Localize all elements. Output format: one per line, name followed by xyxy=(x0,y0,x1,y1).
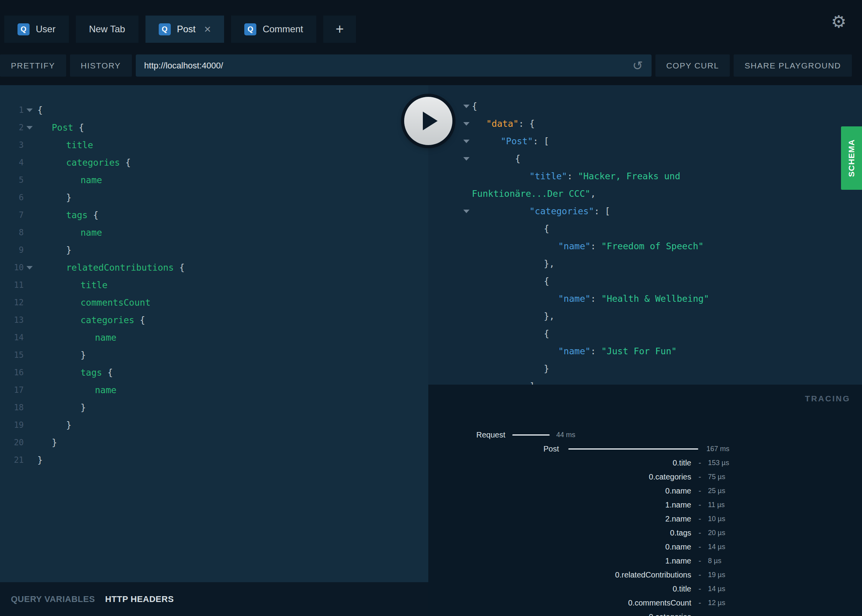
code-token: "Just For Fun" xyxy=(601,346,677,356)
query-line[interactable]: 17name xyxy=(0,382,428,399)
code-text: { xyxy=(470,273,549,290)
fold-spacer xyxy=(24,452,35,469)
caret-spacer xyxy=(463,220,470,238)
code-text: name xyxy=(35,382,116,399)
fold-caret-icon[interactable] xyxy=(24,259,35,276)
endpoint-url-input[interactable]: http://localhost:4000/ xyxy=(144,61,632,71)
tracing-duration: 10 µs xyxy=(708,512,725,526)
fold-caret-icon[interactable] xyxy=(24,119,35,136)
code-token: }, xyxy=(544,259,555,269)
query-line[interactable]: 14name xyxy=(0,329,428,346)
code-token: "Freedom of Speech" xyxy=(601,241,704,251)
tab-user[interactable]: QUser xyxy=(4,16,69,43)
code-token: : xyxy=(567,171,578,181)
query-variables-tab[interactable]: QUERY VARIABLES xyxy=(11,594,95,604)
query-line[interactable]: 6} xyxy=(0,189,428,206)
response-line: ] xyxy=(428,378,862,385)
query-line[interactable]: 9} xyxy=(0,242,428,259)
tracing-label: 0.commentsCount xyxy=(428,596,691,610)
line-number: 5 xyxy=(0,172,24,189)
tracing-duration: 8 µs xyxy=(708,554,721,568)
code-text: name xyxy=(35,224,102,242)
tab-new-tab[interactable]: New Tab xyxy=(76,16,138,43)
query-line[interactable]: 13categories { xyxy=(0,312,428,329)
code-text: commentsCount xyxy=(35,294,151,312)
code-token: { xyxy=(37,105,43,115)
query-line[interactable]: 10relatedContributions { xyxy=(0,259,428,276)
collapse-caret-icon[interactable] xyxy=(463,133,470,150)
copy-curl-button[interactable]: COPY CURL xyxy=(655,54,730,77)
query-line[interactable]: 7tags { xyxy=(0,206,428,224)
query-line[interactable]: 11title xyxy=(0,276,428,294)
tab-label: New Tab xyxy=(89,24,125,35)
url-bar[interactable]: http://localhost:4000/ ↺ xyxy=(136,54,652,77)
fold-spacer xyxy=(428,150,463,168)
tracing-duration: 14 µs xyxy=(708,582,725,596)
caret-down-icon xyxy=(463,105,470,108)
query-code[interactable]: 1{2Post {3title4categories {5name6}7tags… xyxy=(0,85,428,469)
query-line[interactable]: 1{ xyxy=(0,102,428,119)
code-token: "Health & Wellbeing" xyxy=(601,294,709,304)
code-token: "data" xyxy=(486,119,519,129)
query-line[interactable]: 3title xyxy=(0,136,428,154)
share-playground-button[interactable]: SHARE PLAYGROUND xyxy=(734,54,852,77)
http-headers-tab[interactable]: HTTP HEADERS xyxy=(105,594,174,604)
collapse-caret-icon[interactable] xyxy=(463,150,470,168)
line-number: 7 xyxy=(0,206,24,224)
code-text: tags { xyxy=(35,206,98,224)
close-tab-icon[interactable]: × xyxy=(204,23,211,35)
refresh-icon[interactable]: ↺ xyxy=(632,58,643,73)
fold-caret-icon[interactable] xyxy=(24,102,35,119)
code-token: categories xyxy=(66,158,120,168)
caret-spacer xyxy=(463,343,470,360)
query-line[interactable]: 20} xyxy=(0,434,428,452)
line-number: 18 xyxy=(0,399,24,416)
fold-spacer xyxy=(428,360,463,378)
fold-spacer xyxy=(428,308,463,325)
query-line[interactable]: 2Post { xyxy=(0,119,428,136)
query-line[interactable]: 19} xyxy=(0,416,428,434)
fold-spacer xyxy=(428,378,463,385)
tab-post[interactable]: QPost× xyxy=(145,16,224,43)
query-line[interactable]: 4categories { xyxy=(0,154,428,172)
tab-comment[interactable]: QComment xyxy=(231,16,316,43)
collapse-caret-icon[interactable] xyxy=(463,115,470,133)
query-line[interactable]: 21} xyxy=(0,452,428,469)
settings-gear-icon[interactable]: ⚙ xyxy=(831,12,846,32)
fold-spacer xyxy=(24,399,35,416)
tracing-duration: 12 µs xyxy=(708,596,725,610)
dash-separator: - xyxy=(696,484,704,498)
history-button[interactable]: HISTORY xyxy=(70,54,132,77)
code-text: { xyxy=(470,220,549,238)
line-number: 11 xyxy=(0,276,24,294)
fold-spacer xyxy=(428,220,463,238)
prettify-button[interactable]: PRETTIFY xyxy=(0,54,66,77)
schema-tab[interactable]: SCHEMA xyxy=(841,126,862,190)
query-line[interactable]: 16tags { xyxy=(0,364,428,382)
query-line[interactable]: 18} xyxy=(0,399,428,416)
execute-button[interactable] xyxy=(404,97,452,145)
graphql-playground: QUserNew TabQPost×QComment+ ⚙ PRETTIFY H… xyxy=(0,0,862,616)
code-text: categories { xyxy=(35,312,145,329)
response-line: "name": "Freedom of Speech" xyxy=(428,238,862,255)
new-tab-button[interactable]: + xyxy=(323,16,356,43)
fold-spacer xyxy=(24,224,35,242)
code-token: "Hacker, Freaks und xyxy=(578,171,680,181)
line-number: 2 xyxy=(0,119,24,136)
code-token: categories xyxy=(81,315,134,325)
collapse-caret-icon[interactable] xyxy=(463,203,470,220)
tracing-row: 0.tags-20 µs xyxy=(428,526,862,540)
fold-spacer xyxy=(428,168,463,185)
code-token: "Post" xyxy=(501,136,533,146)
query-line[interactable]: 5name xyxy=(0,172,428,189)
code-token: } xyxy=(66,420,72,430)
query-line[interactable]: 12commentsCount xyxy=(0,294,428,312)
caret-down-icon xyxy=(463,140,470,143)
fold-spacer xyxy=(428,273,463,290)
query-line[interactable]: 15} xyxy=(0,346,428,364)
tracing-duration: 20 µs xyxy=(708,526,725,540)
query-line[interactable]: 8name xyxy=(0,224,428,242)
code-token: name xyxy=(81,228,102,238)
collapse-caret-icon[interactable] xyxy=(463,98,470,115)
query-editor-pane[interactable]: 1{2Post {3title4categories {5name6}7tags… xyxy=(0,85,428,616)
